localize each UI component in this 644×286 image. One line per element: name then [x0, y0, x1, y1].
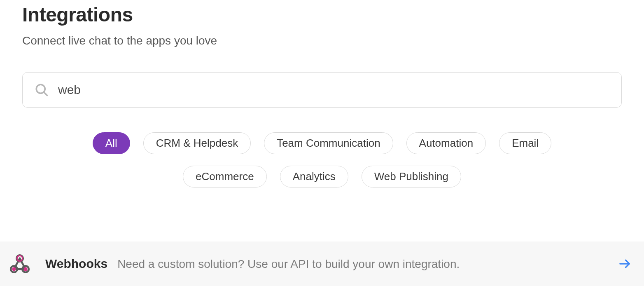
webhooks-icon	[9, 253, 30, 274]
page-subtitle: Connect live chat to the apps you love	[22, 34, 622, 47]
svg-line-1	[44, 92, 47, 95]
arrow-right-icon	[618, 258, 631, 270]
filter-all[interactable]: All	[93, 132, 130, 154]
page-title: Integrations	[22, 0, 622, 26]
webhooks-row[interactable]: Webhooks Need a custom solution? Use our…	[0, 241, 644, 286]
filter-team-communication[interactable]: Team Communication	[264, 132, 393, 154]
filter-analytics[interactable]: Analytics	[280, 166, 348, 188]
svg-point-7	[24, 267, 28, 271]
filter-chips: All CRM & Helpdesk Team Communication Au…	[22, 132, 622, 188]
filter-crm-helpdesk[interactable]: CRM & Helpdesk	[143, 132, 251, 154]
search-wrapper[interactable]	[22, 72, 622, 108]
filter-ecommerce[interactable]: eCommerce	[183, 166, 267, 188]
filter-automation[interactable]: Automation	[406, 132, 486, 154]
webhooks-title: Webhooks	[45, 257, 107, 271]
webhooks-text: Webhooks Need a custom solution? Use our…	[45, 257, 618, 271]
filter-web-publishing[interactable]: Web Publishing	[362, 166, 461, 188]
webhooks-description: Need a custom solution? Use our API to b…	[117, 258, 460, 271]
search-input[interactable]	[58, 83, 610, 97]
filter-email[interactable]: Email	[499, 132, 551, 154]
svg-point-6	[12, 267, 16, 271]
search-icon	[34, 82, 49, 97]
